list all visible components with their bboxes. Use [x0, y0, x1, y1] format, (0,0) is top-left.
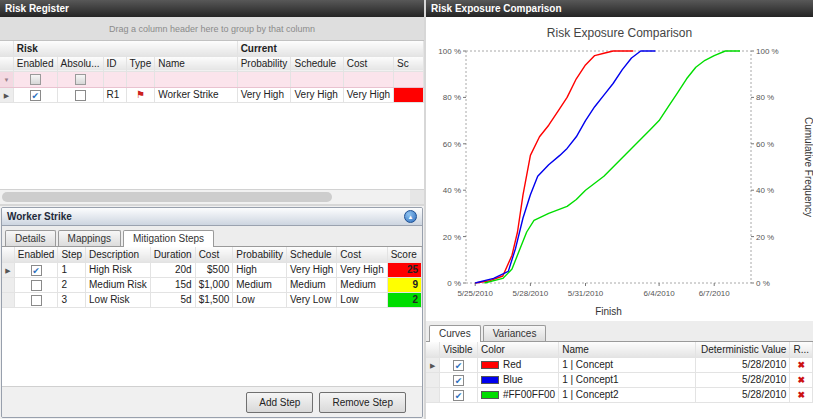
checkbox[interactable]: [31, 295, 42, 306]
filter-button[interactable]: [75, 74, 86, 85]
column-header-probability[interactable]: Probability: [233, 247, 287, 262]
cell-schedule: Medium: [286, 277, 336, 292]
column-header-cost[interactable]: Cost: [343, 56, 393, 71]
left-pane: Risk Register Drag a column header here …: [0, 0, 424, 419]
curves-grid: VisibleColorNameDeterministic ValueR... …: [426, 342, 813, 419]
y-tick-label-right: 60 %: [756, 140, 774, 149]
filter-row[interactable]: ▼: [0, 71, 424, 87]
risk-exposure-chart-area: Risk Exposure Comparison 0 %0 %20 %20 %4…: [426, 17, 813, 321]
cell-description: Low Risk: [86, 292, 151, 307]
delete-curve-icon[interactable]: ✖: [797, 360, 805, 370]
mitigation-step-row[interactable]: 3 Low Risk 5d $1,500 Low Very Low Low 2: [2, 292, 422, 307]
curves-table: VisibleColorNameDeterministic ValueR... …: [426, 342, 813, 403]
column-header-enabled[interactable]: Enabled: [14, 247, 58, 262]
checkbox[interactable]: ✔: [453, 390, 464, 401]
column-header-name[interactable]: Name: [155, 56, 237, 71]
column-header-name[interactable]: Name: [559, 342, 696, 357]
curve-row[interactable]: ✔ #FF00FF00 1 | Concept2 5/28/2010 ✖: [426, 387, 813, 402]
checkbox[interactable]: [75, 90, 86, 101]
cell-schedule: Very Low: [286, 292, 336, 307]
column-header-duration[interactable]: Duration: [150, 247, 195, 262]
delete-curve-icon[interactable]: ✖: [797, 390, 805, 400]
checkbox[interactable]: ✔: [453, 375, 464, 386]
cell-score: 25: [387, 262, 421, 277]
mitigation-step-row[interactable]: ▶ ✔ 1 High Risk 20d $500 High Very High …: [2, 262, 422, 277]
column-header-cost[interactable]: Cost: [195, 247, 233, 262]
checkbox[interactable]: ✔: [453, 360, 464, 371]
tab-details[interactable]: Details: [5, 230, 56, 246]
cell-cost: $1,000: [195, 277, 233, 292]
checkbox[interactable]: ✔: [30, 90, 41, 101]
curve-row[interactable]: ✔ Blue 1 | Concept1 5/28/2010 ✖: [426, 372, 813, 387]
cell-visible: ✔: [440, 372, 478, 387]
cell-duration: 15d: [150, 277, 195, 292]
column-header-id[interactable]: ID: [103, 56, 126, 71]
collapse-panel-button[interactable]: ▲: [404, 210, 417, 223]
y-tick-label: 0 %: [447, 279, 461, 288]
mitigation-steps-table: EnabledStepDescriptionDurationCostProbab…: [2, 247, 422, 308]
tab-variances[interactable]: Variances: [483, 325, 547, 341]
y-tick-label: 80 %: [443, 93, 461, 102]
tab-mappings[interactable]: Mappings: [58, 230, 121, 246]
column-header-row: EnabledStepDescriptionDurationCostProbab…: [2, 247, 422, 262]
tab-mitigation-steps[interactable]: Mitigation Steps: [123, 230, 214, 247]
cell-enabled: [14, 292, 58, 307]
column-header-cost[interactable]: Cost: [337, 247, 387, 262]
column-header-type[interactable]: Type: [126, 56, 155, 71]
color-swatch: [481, 391, 499, 399]
checkbox[interactable]: ✔: [31, 265, 42, 276]
band-risk[interactable]: Risk: [13, 41, 237, 56]
cell-impact-cost: Very High: [337, 262, 387, 277]
cell-name: Worker Strike: [155, 87, 237, 102]
y-tick-label: 100 %: [438, 47, 461, 56]
y-tick-label: 20 %: [443, 233, 461, 242]
column-header-absolu[interactable]: Absolu...: [57, 56, 103, 71]
add-step-button[interactable]: Add Step: [246, 392, 313, 413]
risk-exposure-chart: 0 %0 %20 %20 %40 %40 %60 %60 %80 %80 %10…: [426, 43, 813, 319]
x-tick-label: 5/25/2010: [457, 289, 493, 298]
curve-row[interactable]: ▶ ✔ Red 1 | Concept 5/28/2010 ✖: [426, 357, 813, 372]
remove-step-button[interactable]: Remove Step: [319, 392, 406, 413]
cell-step: 1: [58, 262, 86, 277]
column-header-step[interactable]: Step: [58, 247, 86, 262]
column-header-enabled[interactable]: Enabled: [13, 56, 57, 71]
cell-color: #FF00FF00: [477, 387, 558, 402]
mitigation-step-row[interactable]: 2 Medium Risk 15d $1,000 Medium Medium M…: [2, 277, 422, 292]
column-header-visible[interactable]: Visible: [440, 342, 478, 357]
tab-curves[interactable]: Curves: [429, 325, 481, 342]
risk-detail-tabstrip: DetailsMappingsMitigation Steps: [2, 226, 422, 247]
filter-button[interactable]: [30, 74, 41, 85]
cell-probability: Low: [233, 292, 287, 307]
risk-detail-panel: Worker Strike ▲ DetailsMappingsMitigatio…: [1, 207, 423, 418]
risk-register-hscrollbar[interactable]: [0, 189, 424, 204]
hscrollbar-thumb[interactable]: [2, 192, 332, 202]
column-header-schedule[interactable]: Schedule: [286, 247, 336, 262]
cell-remove: ✖: [790, 372, 813, 387]
column-header-schedule[interactable]: Schedule: [291, 56, 343, 71]
right-pane: Risk Exposure Comparison Risk Exposure C…: [424, 0, 813, 419]
band-current[interactable]: Current: [237, 41, 423, 56]
risk-exposure-panel-title: Risk Exposure Comparison: [431, 3, 562, 14]
delete-curve-icon[interactable]: ✖: [797, 375, 805, 385]
cell-enabled: [14, 277, 58, 292]
column-header-r[interactable]: R...: [790, 342, 813, 357]
color-swatch: [481, 361, 499, 369]
column-header-sc[interactable]: Sc: [394, 56, 424, 71]
column-header-description[interactable]: Description: [86, 247, 151, 262]
cell-cost: Very High: [343, 87, 393, 102]
cell-schedule: Very High: [291, 87, 343, 102]
cell-id: R1: [103, 87, 126, 102]
checkbox[interactable]: [31, 280, 42, 291]
column-header-deterministic-value[interactable]: Deterministic Value: [695, 342, 790, 357]
column-header-probability[interactable]: Probability: [237, 56, 291, 71]
risk-register-panel: Risk Register Drag a column header here …: [0, 0, 424, 206]
y-tick-label-right: 40 %: [756, 186, 774, 195]
cell-name: 1 | Concept: [559, 357, 696, 372]
group-by-area[interactable]: Drag a column header here to group by th…: [0, 17, 424, 41]
y-tick-label-right: 100 %: [756, 47, 779, 56]
column-header-score[interactable]: Score: [387, 247, 421, 262]
column-header-color[interactable]: Color: [477, 342, 558, 357]
risk-row[interactable]: ▶ ✔ R1 ⚑ Worker Strike Very High Very Hi…: [0, 87, 424, 102]
cell-name: 1 | Concept1: [559, 372, 696, 387]
color-swatch: [481, 376, 499, 384]
